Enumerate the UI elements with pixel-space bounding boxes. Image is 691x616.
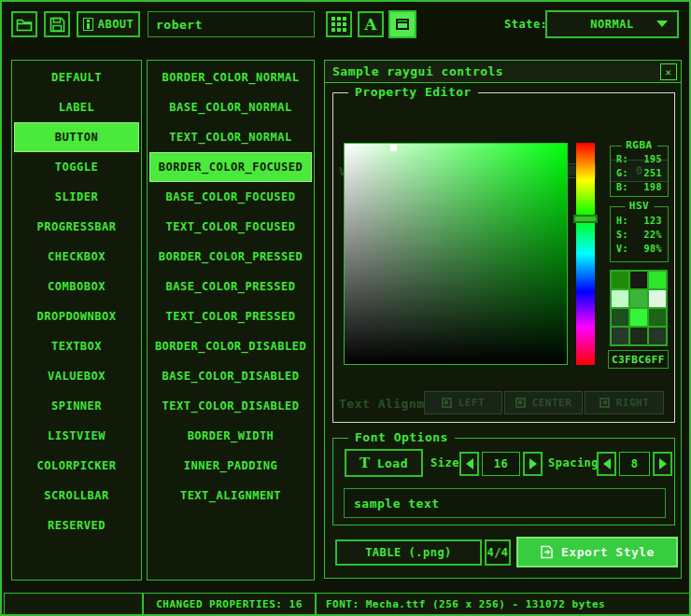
hue-bar[interactable] <box>576 143 595 365</box>
list-item-border_color_disabled[interactable]: BORDER_COLOR_DISABLED <box>149 331 312 361</box>
color-swatch[interactable] <box>612 272 628 288</box>
sample-text-box[interactable]: sample text <box>344 488 666 518</box>
align-left-icon <box>442 398 452 408</box>
list-item-default[interactable]: DEFAULT <box>14 63 139 92</box>
pages-value-box[interactable]: 4/4 <box>485 539 511 566</box>
align-left-toggle[interactable]: LEFT <box>424 391 502 414</box>
color-swatch[interactable] <box>649 272 666 288</box>
sample-text: sample text <box>354 497 440 511</box>
list-item-border_color_pressed[interactable]: BORDER_COLOR_PRESSED <box>149 242 312 272</box>
color-swatch[interactable] <box>649 328 666 344</box>
spacing-increase-button[interactable] <box>653 452 672 476</box>
about-label: ABOUT <box>98 18 134 31</box>
list-item-text_color_disabled[interactable]: TEXT_COLOR_DISABLED <box>149 391 312 421</box>
list-item-slider[interactable]: SLIDER <box>14 182 139 212</box>
list-item-text_color_normal[interactable]: TEXT_COLOR_NORMAL <box>149 122 312 152</box>
list-item-reserved[interactable]: RESERVED <box>14 511 139 540</box>
style-colors-grid <box>610 270 668 346</box>
rgba-group: RGBA R:195 G:251 B:198 <box>610 146 669 197</box>
list-item-text_color_pressed[interactable]: TEXT_COLOR_PRESSED <box>149 301 312 331</box>
hex-color-box[interactable]: C3FBC6FF <box>608 350 669 369</box>
spacing-decrease-button[interactable] <box>597 452 616 476</box>
list-item-base_color_disabled[interactable]: BASE_COLOR_DISABLED <box>149 361 312 391</box>
list-item-text_color_focused[interactable]: TEXT_COLOR_FOCUSED <box>149 212 312 242</box>
hsv-group: HSV H:123 S:22% V:98% <box>610 206 669 262</box>
color-swatch[interactable] <box>630 328 647 344</box>
color-swatch[interactable] <box>630 309 647 326</box>
list-item-scrollbar[interactable]: SCROLLBAR <box>14 481 139 511</box>
color-swatch[interactable] <box>649 309 666 326</box>
color-swatch[interactable] <box>630 272 647 288</box>
list-item-textbox[interactable]: TEXTBOX <box>14 331 139 361</box>
arrow-right-icon <box>659 458 667 469</box>
list-item-base_color_pressed[interactable]: BASE_COLOR_PRESSED <box>149 272 312 301</box>
changed-properties-text: CHANGED PROPERTIES: 16 <box>156 598 303 610</box>
info-icon <box>83 18 93 31</box>
text-alignment-label: Text Alignment: <box>339 397 428 411</box>
hue-slider-handle[interactable] <box>573 215 598 223</box>
align-right-toggle[interactable]: RIGHT <box>585 391 664 414</box>
export-style-button[interactable]: Export Style <box>516 537 678 567</box>
list-item-spinner[interactable]: SPINNER <box>14 391 139 421</box>
size-value: 16 <box>494 457 508 470</box>
save-icon <box>49 17 65 33</box>
align-center-toggle[interactable]: CENTER <box>504 391 583 414</box>
list-item-text_alignment[interactable]: TEXT_ALIGNMENT <box>149 481 312 511</box>
color-swatch[interactable] <box>649 290 666 307</box>
align-right-icon <box>599 398 610 408</box>
list-item-combobox[interactable]: COMBOBOX <box>14 272 139 301</box>
list-item-listview[interactable]: LISTVIEW <box>14 421 139 451</box>
close-icon: ✕ <box>665 66 671 78</box>
property-editor-title: Property Editor <box>348 85 478 99</box>
window-titlebar[interactable]: Sample raygui controls <box>325 61 681 83</box>
list-item-progressbar[interactable]: PROGRESSBAR <box>14 212 139 242</box>
h-value: 123 <box>643 214 662 228</box>
state-label: State: <box>504 18 547 31</box>
export-format-button[interactable]: TABLE (.png) <box>335 539 482 566</box>
folder-open-icon <box>16 17 33 32</box>
close-button[interactable]: ✕ <box>660 63 677 80</box>
style-table-button[interactable] <box>326 11 352 37</box>
size-decrease-button[interactable] <box>459 452 479 476</box>
font-A-icon: A <box>364 15 377 34</box>
color-swatch[interactable] <box>612 290 628 307</box>
picker-cursor-icon[interactable] <box>390 145 397 151</box>
size-increase-button[interactable] <box>523 452 543 476</box>
list-item-inner_padding[interactable]: INNER_PADDING <box>149 451 312 481</box>
hsv-title: HSV <box>625 200 654 212</box>
spacing-value: 8 <box>631 457 639 470</box>
list-item-base_color_focused[interactable]: BASE_COLOR_FOCUSED <box>149 182 312 212</box>
list-item-border_color_focused[interactable]: BORDER_COLOR_FOCUSED <box>149 152 312 182</box>
align-left-label: LEFT <box>458 397 486 409</box>
spacing-value-box[interactable]: 8 <box>619 452 650 476</box>
window-title: Sample raygui controls <box>332 64 503 78</box>
list-item-checkbox[interactable]: CHECKBOX <box>14 242 139 272</box>
list-item-label[interactable]: LABEL <box>14 92 139 122</box>
font-button[interactable]: A <box>358 11 384 37</box>
color-swatch[interactable] <box>612 309 628 326</box>
list-item-dropdownbox[interactable]: DROPDOWNBOX <box>14 301 139 331</box>
list-item-button[interactable]: BUTTON <box>14 122 139 152</box>
arrow-right-icon <box>529 458 537 469</box>
statusbar-left <box>4 593 143 616</box>
save-style-button[interactable] <box>44 11 70 37</box>
list-item-base_color_normal[interactable]: BASE_COLOR_NORMAL <box>149 92 312 122</box>
list-item-border_color_normal[interactable]: BORDER_COLOR_NORMAL <box>149 63 312 92</box>
list-item-colorpicker[interactable]: COLORPICKER <box>14 451 139 481</box>
export-file-icon <box>540 545 554 559</box>
list-item-valuebox[interactable]: VALUEBOX <box>14 361 139 391</box>
color-picker-area[interactable] <box>344 143 568 365</box>
font-T-icon: T <box>360 455 371 471</box>
h-label: H: <box>616 214 628 228</box>
color-swatch[interactable] <box>612 328 628 344</box>
list-item-toggle[interactable]: TOGGLE <box>14 152 139 182</box>
open-style-button[interactable] <box>11 11 37 37</box>
about-button[interactable]: ABOUT <box>77 11 140 37</box>
list-item-border_width[interactable]: BORDER_WIDTH <box>149 421 312 451</box>
control-panel-button[interactable] <box>388 10 416 38</box>
state-dropdown[interactable]: NORMAL <box>545 10 679 38</box>
style-name-input[interactable] <box>148 11 315 37</box>
load-font-button[interactable]: T Load <box>345 449 423 477</box>
color-swatch[interactable] <box>630 290 647 307</box>
size-value-box[interactable]: 16 <box>482 452 520 476</box>
